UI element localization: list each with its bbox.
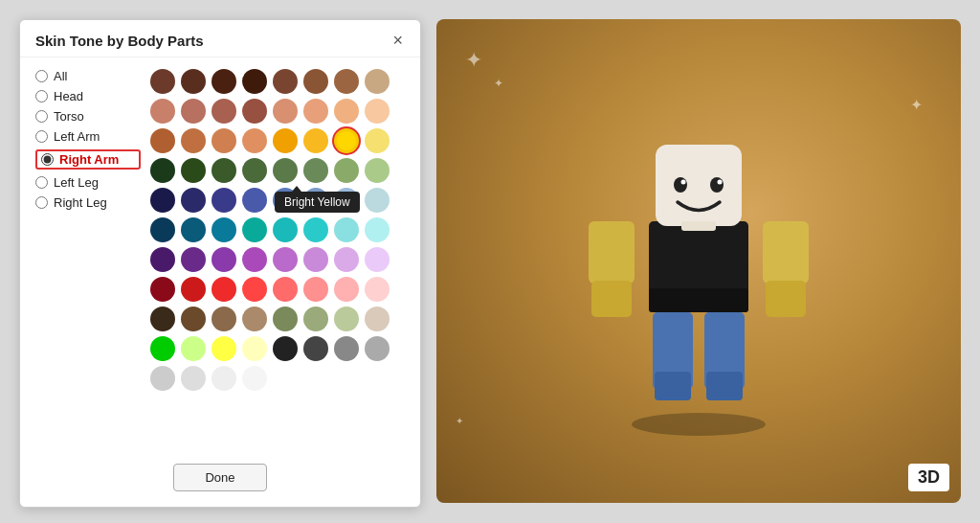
- color-swatch[interactable]: [273, 307, 298, 331]
- color-swatch[interactable]: [273, 188, 298, 213]
- color-swatch[interactable]: [242, 366, 267, 391]
- color-swatch[interactable]: [303, 217, 328, 242]
- color-swatch[interactable]: [334, 366, 359, 391]
- body-part-item-torso[interactable]: Torso: [35, 109, 141, 124]
- radio-all[interactable]: [35, 70, 48, 82]
- color-swatch[interactable]: [334, 277, 359, 302]
- body-part-item-head[interactable]: Head: [35, 89, 141, 103]
- color-swatch[interactable]: [365, 336, 390, 361]
- color-swatch[interactable]: [334, 128, 359, 153]
- color-swatch[interactable]: [150, 158, 175, 183]
- color-swatch[interactable]: [334, 336, 359, 361]
- color-swatch[interactable]: [303, 128, 328, 153]
- color-swatch[interactable]: [365, 307, 390, 331]
- color-swatch[interactable]: [150, 366, 175, 391]
- color-swatch[interactable]: [181, 247, 206, 272]
- color-swatch[interactable]: [242, 69, 267, 94]
- color-swatch[interactable]: [303, 158, 328, 183]
- color-swatch[interactable]: [365, 247, 390, 272]
- body-part-item-left_leg[interactable]: Left Leg: [35, 175, 141, 190]
- color-swatch[interactable]: [273, 158, 298, 183]
- color-swatch[interactable]: [181, 336, 206, 361]
- color-swatch[interactable]: [334, 217, 359, 242]
- color-swatch[interactable]: [273, 247, 298, 272]
- radio-right_leg[interactable]: [35, 196, 48, 209]
- radio-torso[interactable]: [35, 110, 48, 123]
- color-swatch[interactable]: [303, 99, 328, 124]
- color-swatch[interactable]: [365, 158, 390, 183]
- radio-left_arm[interactable]: [35, 130, 48, 143]
- color-swatch[interactable]: [150, 307, 175, 331]
- color-swatch[interactable]: [365, 128, 390, 153]
- color-swatch[interactable]: [150, 188, 175, 213]
- color-swatch[interactable]: [365, 277, 390, 302]
- color-swatch[interactable]: [303, 247, 328, 272]
- color-swatch[interactable]: [242, 247, 267, 272]
- color-swatch[interactable]: [212, 307, 236, 331]
- body-part-item-right_arm[interactable]: Right Arm: [35, 149, 141, 170]
- color-swatch[interactable]: [212, 128, 236, 153]
- color-swatch[interactable]: [365, 99, 390, 124]
- color-swatch[interactable]: [181, 217, 206, 242]
- color-swatch[interactable]: [334, 188, 359, 213]
- color-swatch[interactable]: [242, 158, 267, 183]
- radio-left_leg[interactable]: [35, 176, 48, 189]
- color-swatch[interactable]: [273, 277, 298, 302]
- color-swatch[interactable]: [212, 158, 236, 183]
- body-part-item-right_leg[interactable]: Right Leg: [35, 195, 141, 210]
- radio-head[interactable]: [35, 90, 48, 102]
- done-button[interactable]: Done: [173, 464, 266, 491]
- color-swatch[interactable]: [303, 188, 328, 213]
- color-swatch[interactable]: [212, 99, 236, 124]
- body-part-item-left_arm[interactable]: Left Arm: [35, 129, 141, 144]
- color-swatch[interactable]: [150, 277, 175, 302]
- color-swatch[interactable]: [150, 217, 175, 242]
- color-swatch[interactable]: [303, 307, 328, 331]
- radio-right_arm[interactable]: [41, 153, 54, 166]
- color-swatch[interactable]: [150, 336, 175, 361]
- color-swatch[interactable]: [181, 366, 206, 391]
- color-swatch[interactable]: [150, 128, 175, 153]
- color-swatch[interactable]: [273, 217, 298, 242]
- color-swatch[interactable]: [181, 158, 206, 183]
- color-swatch[interactable]: [212, 188, 236, 213]
- color-swatch[interactable]: [273, 336, 298, 361]
- color-swatch[interactable]: [212, 247, 236, 272]
- color-swatch[interactable]: [273, 366, 298, 391]
- color-swatch[interactable]: [150, 69, 175, 94]
- color-swatch[interactable]: [242, 307, 267, 331]
- color-swatch[interactable]: [242, 277, 267, 302]
- color-swatch[interactable]: [181, 128, 206, 153]
- color-swatch[interactable]: [334, 247, 359, 272]
- color-swatch[interactable]: [365, 69, 390, 94]
- color-swatch[interactable]: [303, 336, 328, 361]
- color-swatch[interactable]: [303, 69, 328, 94]
- color-swatch[interactable]: [181, 188, 206, 213]
- color-swatch[interactable]: [212, 366, 236, 391]
- color-swatch[interactable]: [181, 99, 206, 124]
- color-swatch[interactable]: [303, 277, 328, 302]
- color-swatch[interactable]: [303, 366, 328, 391]
- color-swatch[interactable]: [334, 69, 359, 94]
- color-swatch[interactable]: [212, 277, 236, 302]
- color-swatch[interactable]: [150, 247, 175, 272]
- color-swatch[interactable]: [242, 99, 267, 124]
- color-swatch[interactable]: [334, 158, 359, 183]
- color-swatch[interactable]: [181, 307, 206, 331]
- color-swatch[interactable]: [273, 69, 298, 94]
- color-swatch[interactable]: [334, 307, 359, 331]
- body-part-item-all[interactable]: All: [35, 69, 141, 83]
- color-swatch[interactable]: [334, 99, 359, 124]
- color-swatch[interactable]: [212, 336, 236, 361]
- color-swatch[interactable]: [273, 99, 298, 124]
- color-swatch[interactable]: [181, 69, 206, 94]
- color-swatch[interactable]: [365, 366, 390, 391]
- color-swatch[interactable]: [242, 336, 267, 361]
- color-swatch[interactable]: [181, 277, 206, 302]
- color-swatch[interactable]: [212, 69, 236, 94]
- color-swatch[interactable]: [242, 217, 267, 242]
- color-swatch[interactable]: [150, 99, 175, 124]
- color-swatch[interactable]: [365, 188, 390, 213]
- color-swatch[interactable]: [273, 128, 298, 153]
- color-swatch[interactable]: [242, 188, 267, 213]
